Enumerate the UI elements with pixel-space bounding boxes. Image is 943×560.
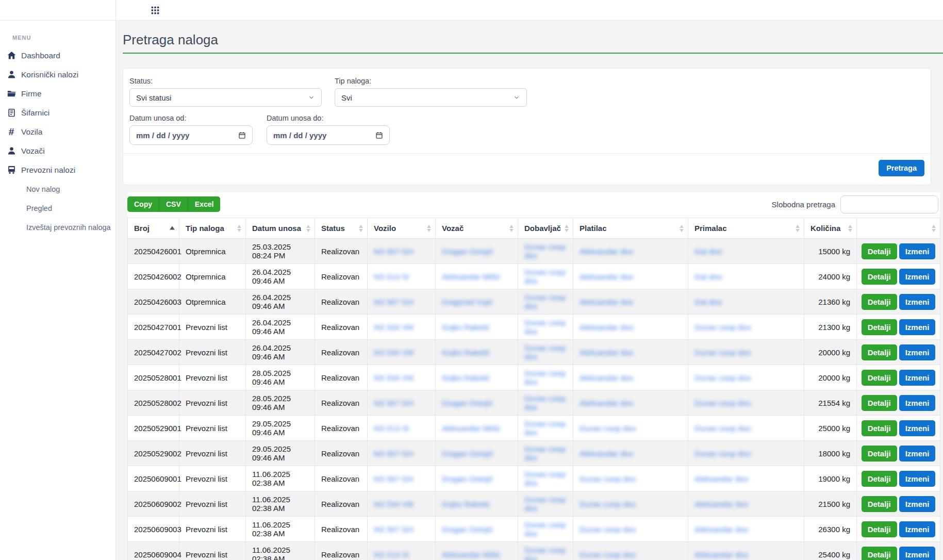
- detalji-button[interactable]: Detalji: [862, 395, 897, 411]
- dobavljac-link[interactable]: Dunav coop doo: [524, 495, 566, 513]
- platilac-link[interactable]: Aleksandar doo: [580, 323, 633, 332]
- detalji-button[interactable]: Detalji: [862, 344, 897, 360]
- col-header-dobavljac[interactable]: Dobavljač: [518, 218, 573, 239]
- primalac-link[interactable]: Gat doo: [694, 247, 722, 256]
- detalji-button[interactable]: Detalji: [862, 319, 897, 335]
- sidebar-item-korisnicki-nalozi[interactable]: Korisnički nalozi: [0, 65, 115, 84]
- vozilo-link[interactable]: NS 567 GH: [374, 449, 413, 458]
- pretraga-button[interactable]: Pretraga: [879, 160, 924, 176]
- col-header-vozilo[interactable]: Vozilo: [368, 218, 436, 239]
- calendar-icon[interactable]: [375, 131, 383, 139]
- dobavljac-link[interactable]: Dunav coop doo: [524, 369, 566, 386]
- dobavljac-link[interactable]: Dunav coop doo: [524, 318, 566, 336]
- primalac-link[interactable]: Dunav coop doo: [694, 424, 751, 433]
- col-header-broj[interactable]: Broj: [128, 218, 179, 239]
- dobavljac-link[interactable]: Dunav coop doo: [524, 520, 566, 538]
- col-header-datum-unosa[interactable]: Datum unosa: [246, 218, 315, 239]
- vozac-link[interactable]: Dragorad Vujić: [442, 298, 493, 306]
- platilac-link[interactable]: Dunav coop doo: [580, 500, 636, 508]
- detalji-button[interactable]: Detalji: [862, 370, 897, 386]
- izmeni-button[interactable]: Izmeni: [899, 446, 936, 462]
- sidebar-item-vozila[interactable]: #Vozila: [0, 122, 115, 141]
- primalac-link[interactable]: Gat doo: [694, 298, 722, 306]
- izmeni-button[interactable]: Izmeni: [899, 243, 936, 259]
- izmeni-button[interactable]: Izmeni: [899, 395, 936, 411]
- vozilo-link[interactable]: NS 013 SI: [374, 550, 409, 559]
- izmeni-button[interactable]: Izmeni: [899, 294, 936, 310]
- platilac-link[interactable]: Aleksandar doo: [580, 449, 633, 458]
- detalji-button[interactable]: Detalji: [862, 420, 897, 436]
- copy-button[interactable]: Copy: [127, 196, 159, 212]
- detalji-button[interactable]: Detalji: [862, 294, 897, 310]
- primalac-link[interactable]: Dunav coop doo: [694, 323, 751, 332]
- vozac-link[interactable]: Dragan Ostojić: [442, 399, 493, 407]
- detalji-button[interactable]: Detalji: [862, 521, 897, 537]
- vozac-link[interactable]: Dragan Ostojić: [442, 525, 493, 534]
- izmeni-button[interactable]: Izmeni: [899, 370, 936, 386]
- vozilo-link[interactable]: NS 534 VM: [374, 373, 413, 382]
- dobavljac-link[interactable]: Dunav coop doo: [524, 242, 566, 260]
- vozac-link[interactable]: Gojko Raketić: [442, 348, 490, 357]
- csv-button[interactable]: CSV: [159, 196, 188, 212]
- platilac-link[interactable]: Aleksandar doo: [580, 247, 633, 256]
- vozilo-link[interactable]: NS 567 GH: [374, 399, 413, 407]
- calendar-icon[interactable]: [238, 131, 246, 139]
- col-header-platilac[interactable]: Platilac: [573, 218, 688, 239]
- izmeni-button[interactable]: Izmeni: [899, 471, 936, 487]
- sidebar-item-izvestaj-prevoznih-naloga[interactable]: Izveštaj prevoznih naloga: [0, 218, 115, 237]
- izmeni-button[interactable]: Izmeni: [899, 344, 936, 360]
- izmeni-button[interactable]: Izmeni: [899, 547, 936, 560]
- izmeni-button[interactable]: Izmeni: [899, 420, 936, 436]
- izmeni-button[interactable]: Izmeni: [899, 319, 936, 335]
- platilac-link[interactable]: Aleksandar doo: [580, 272, 633, 281]
- excel-button[interactable]: Excel: [188, 196, 221, 212]
- vozac-link[interactable]: Dragan Ostojić: [442, 247, 493, 256]
- detalji-button[interactable]: Detalji: [862, 471, 897, 487]
- sidebar-item-firme[interactable]: Firme: [0, 84, 115, 103]
- vozilo-link[interactable]: NS 013 SI: [374, 424, 409, 433]
- vozilo-link[interactable]: NS 534 VM: [374, 323, 413, 332]
- free-search-input[interactable]: [840, 195, 938, 213]
- dobavljac-link[interactable]: Dunav coop doo: [524, 268, 566, 285]
- vozilo-link[interactable]: NS 534 VM: [374, 348, 413, 357]
- platilac-link[interactable]: Dunav coop doo: [580, 474, 636, 483]
- izmeni-button[interactable]: Izmeni: [899, 496, 936, 512]
- vozilo-link[interactable]: NS 567 GH: [374, 298, 413, 306]
- col-header-kolicina[interactable]: Količina: [804, 218, 857, 239]
- vozilo-link[interactable]: NS 567 GH: [374, 525, 413, 534]
- date-from-input[interactable]: mm / dd / yyyy: [129, 125, 253, 145]
- dobavljac-link[interactable]: Dunav coop doo: [524, 546, 566, 560]
- primalac-link[interactable]: Dunav coop doo: [694, 348, 751, 357]
- vozilo-link[interactable]: NS 013 SI: [374, 272, 409, 281]
- primalac-link[interactable]: Aleksandar doo: [694, 500, 748, 508]
- izmeni-button[interactable]: Izmeni: [899, 521, 936, 537]
- platilac-link[interactable]: Aleksandar doo: [580, 373, 633, 382]
- col-header-tip-naloga[interactable]: Tip naloga: [179, 218, 246, 239]
- vozac-link[interactable]: Gojko Raketić: [442, 500, 490, 508]
- date-to-input[interactable]: mm / dd / yyyy: [267, 125, 390, 145]
- sidebar-item-vozaci[interactable]: Vozači: [0, 141, 115, 160]
- dobavljac-link[interactable]: Dunav coop doo: [524, 394, 566, 411]
- vozac-link[interactable]: Dragan Ostojić: [442, 474, 493, 483]
- vozilo-link[interactable]: NS 567 GH: [374, 247, 413, 256]
- col-header-actions[interactable]: [857, 218, 940, 239]
- primalac-link[interactable]: Dunav coop doo: [694, 449, 751, 458]
- platilac-link[interactable]: Dunav coop doo: [580, 424, 636, 433]
- vozac-link[interactable]: Aleksandar Mišić: [442, 424, 500, 433]
- sidebar-item-nov-nalog[interactable]: Nov nalog: [0, 179, 115, 199]
- sidebar-item-sifarnici[interactable]: Šifarnici: [0, 103, 115, 122]
- primalac-link[interactable]: Aleksandar doo: [694, 550, 748, 559]
- tip-naloga-select[interactable]: Svi: [335, 88, 527, 107]
- vozac-link[interactable]: Aleksandar Mišić: [442, 550, 500, 559]
- dobavljac-link[interactable]: Dunav coop doo: [524, 293, 566, 310]
- primalac-link[interactable]: Dunav coop doo: [694, 399, 751, 407]
- col-header-primalac[interactable]: Primalac: [688, 218, 804, 239]
- sidebar-item-pregled[interactable]: Pregled: [0, 199, 115, 218]
- sidebar-item-dashboard[interactable]: Dashboard: [0, 46, 115, 65]
- platilac-link[interactable]: Aleksandar doo: [580, 348, 633, 357]
- status-select[interactable]: Svi statusi: [129, 88, 322, 107]
- dobavljac-link[interactable]: Dunav coop doo: [524, 470, 566, 487]
- primalac-link[interactable]: Gat doo: [694, 272, 722, 281]
- col-header-vozac[interactable]: Vozač: [436, 218, 518, 239]
- detalji-button[interactable]: Detalji: [862, 547, 897, 560]
